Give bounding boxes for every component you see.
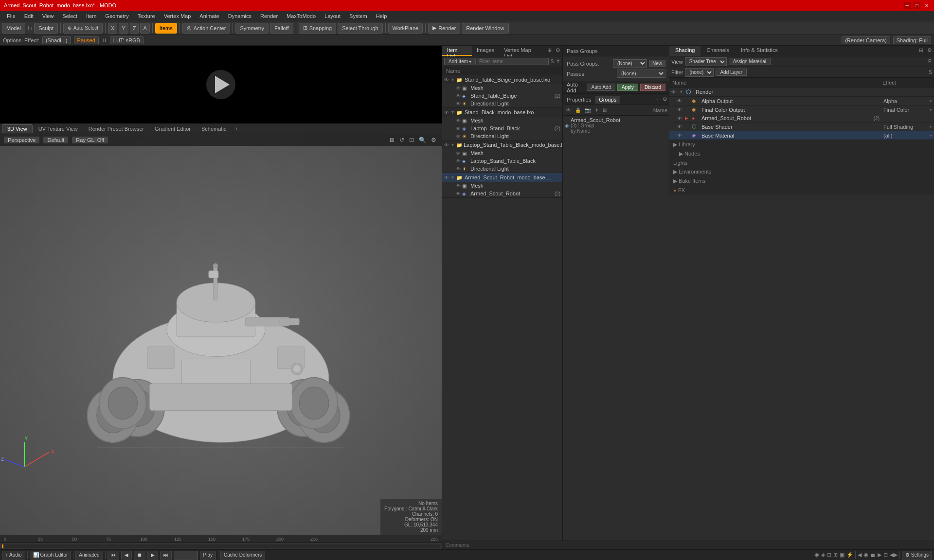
eye-icon[interactable]: 👁 — [444, 77, 449, 83]
snapping-btn[interactable]: ⊞ Snapping — [299, 23, 337, 34]
lock-toggle-icon[interactable]: 🔒 — [574, 107, 582, 113]
menu-select[interactable]: Select — [58, 12, 81, 20]
eye-icon[interactable]: 👁 — [444, 142, 449, 148]
action-center-btn[interactable]: ◎ Action Center — [182, 23, 231, 34]
render-eye-icon[interactable]: 👁 — [671, 89, 677, 95]
armed-robot-shader-row[interactable]: 👁 ▶ ● Armed_Scout_Robot (2) — [669, 114, 934, 122]
mesh-row-3[interactable]: 👁 ▣ Mesh — [442, 149, 562, 157]
tab-3d-view[interactable]: 3D View — [2, 124, 33, 133]
render-btn[interactable]: ▶ Render — [428, 23, 460, 34]
vp-zoom-icon[interactable]: 🔍 — [417, 137, 428, 143]
viewport-status-5[interactable]: ▣ — [840, 552, 844, 558]
frame-input[interactable]: 0 — [174, 551, 198, 560]
group-row-1[interactable]: 👁 ◈ Stand_Table_Beige (2) — [442, 92, 562, 100]
ray-gl-btn[interactable]: Ray GL: Off — [72, 137, 108, 143]
view-perspective-btn[interactable]: Perspective — [4, 137, 39, 143]
discard-btn[interactable]: Discard — [640, 84, 665, 91]
menu-item[interactable]: Item — [82, 12, 100, 20]
base-material-row[interactable]: 👁 ◈ Base Material (all) ▾ — [669, 131, 934, 140]
mesh-row-1[interactable]: 👁 ▣ Mesh — [442, 84, 562, 92]
light-row-2[interactable]: 👁 ☀ Directional Light — [442, 132, 562, 140]
shading-value[interactable]: Shading: Full — [893, 36, 931, 44]
tab-groups[interactable]: Groups — [595, 96, 620, 104]
vp-reset-icon[interactable]: ↺ — [398, 137, 406, 143]
auto-add-btn[interactable]: Auto Add — [587, 84, 615, 91]
viewport-status-2[interactable]: ◈ — [821, 552, 825, 558]
menu-edit[interactable]: Edit — [20, 12, 37, 20]
pass-groups-select[interactable]: (None) — [613, 59, 647, 68]
items-btn[interactable]: Items — [155, 23, 177, 34]
minimize-btn[interactable]: ─ — [904, 2, 911, 9]
armed-robot-row[interactable]: 👁 ◈ Armed_Scout_Robot (2) — [442, 190, 562, 197]
menu-maxtomodo[interactable]: MaxToModo — [283, 12, 320, 20]
shading-lock-icon[interactable]: F — [927, 59, 932, 64]
add-tab-btn[interactable]: + — [232, 125, 241, 133]
menu-file[interactable]: File — [3, 12, 19, 20]
filter-s-btn[interactable]: S — [550, 59, 555, 64]
animated-btn[interactable]: Animated — [75, 551, 103, 560]
viewport-status-6[interactable]: ⚡ — [846, 552, 853, 558]
menu-help[interactable]: Help — [372, 12, 391, 20]
menu-system[interactable]: System — [345, 12, 371, 20]
assign-material-btn[interactable]: Assign Material — [729, 58, 771, 65]
tab-shading[interactable]: Shading — [669, 46, 700, 56]
cache-deformers-btn[interactable]: Cache Deformers — [220, 551, 265, 560]
render-status-1[interactable]: ◀ — [858, 552, 862, 558]
group-item-robot[interactable]: ◈ Armed_Scout_Robot (3) : Group by Name — [563, 116, 669, 135]
viewport-status-3[interactable]: ⊡ — [827, 552, 831, 558]
filter-s-label[interactable]: S — [929, 70, 932, 75]
graph-editor-btn[interactable]: 📊 Graph Editor — [30, 551, 72, 560]
group-row-3[interactable]: 👁 ◈ Laptop_Stand_Table_Black — [442, 157, 562, 165]
groups-settings-icon[interactable]: ⚙ — [661, 95, 669, 104]
tab-channels[interactable]: Channels — [700, 46, 735, 56]
lut-value[interactable]: LUT: sRGB — [110, 36, 144, 44]
apply-btn[interactable]: Apply — [617, 84, 638, 91]
eye-toggle-icon[interactable]: 👁 — [565, 107, 573, 113]
lights-section[interactable]: Lights — [669, 158, 934, 167]
passes-select[interactable]: (None) — [617, 70, 665, 78]
groups-add-btn[interactable]: + — [654, 96, 661, 104]
play-button[interactable] — [206, 70, 235, 99]
base-mat-eye-icon[interactable]: 👁 — [677, 133, 683, 138]
settings-btn[interactable]: ⚙ Settings — [902, 551, 932, 560]
select-through-btn[interactable]: Select Through — [338, 23, 382, 34]
view-default-btn[interactable]: Default — [43, 137, 68, 143]
menu-layout[interactable]: Layout — [321, 12, 344, 20]
scene-item-1[interactable]: 👁 ▼ 📁 Stand_Table_Beige_modo_base.lxo — [442, 75, 562, 84]
nodes-section[interactable]: ▶ Nodes — [669, 149, 934, 158]
timeline-bar[interactable] — [0, 542, 442, 549]
base-shader-row[interactable]: 👁 ⬡ Base Shader Full Shading ▾ — [669, 122, 934, 131]
tab-images[interactable]: Images — [472, 46, 499, 56]
alpha-output-row[interactable]: 👁 ◆ Alpha Output Alpha ▾ — [669, 97, 934, 105]
shading-expand-icon[interactable]: ⊞ — [917, 46, 925, 56]
filter-select[interactable]: (none) — [685, 68, 714, 77]
light-row-1[interactable]: 👁 ☀ Directional Light — [442, 100, 562, 107]
sculpt-btn[interactable]: Sculpt — [34, 23, 58, 34]
environments-section[interactable]: ▶ Environments — [669, 167, 934, 176]
eye-icon[interactable]: 👁 — [444, 110, 449, 115]
new-pass-group-btn[interactable]: New — [649, 60, 665, 67]
render-status-3[interactable]: ⏹ — [870, 552, 876, 558]
sym-y-btn[interactable]: Y — [119, 23, 128, 34]
sym-a-btn[interactable]: A — [140, 23, 149, 34]
tab-schematic[interactable]: Schematic — [197, 125, 231, 133]
transport-next-end[interactable]: ⏭ — [160, 551, 172, 560]
timeline-track[interactable] — [2, 544, 440, 548]
add-layer-btn[interactable]: Add Layer — [716, 69, 747, 76]
eye-icon[interactable]: 👁 — [444, 175, 449, 180]
menu-texture[interactable]: Texture — [134, 12, 159, 20]
sym-x-btn[interactable]: X — [108, 23, 117, 34]
viewport-status-4[interactable]: ⊞ — [833, 552, 838, 558]
close-btn[interactable]: ✕ — [923, 2, 930, 9]
library-section[interactable]: ▶ Library — [669, 140, 934, 149]
light-toggle-icon[interactable]: ☀ — [593, 107, 600, 113]
fx-section[interactable]: ● FX — [669, 186, 934, 194]
maximize-btn[interactable]: □ — [914, 2, 920, 9]
transport-next[interactable]: ▶ — [147, 551, 158, 560]
armed-eye-icon[interactable]: 👁 — [677, 116, 683, 121]
tab-properties[interactable]: Properties — [563, 96, 595, 104]
menu-view[interactable]: View — [38, 12, 58, 20]
scene-item-2[interactable]: 👁 ▼ 📁 Stand_Black_modo_base.lxo — [442, 108, 562, 117]
base-material-dropdown[interactable]: ▾ — [930, 133, 932, 138]
menu-animate[interactable]: Animate — [196, 12, 223, 20]
